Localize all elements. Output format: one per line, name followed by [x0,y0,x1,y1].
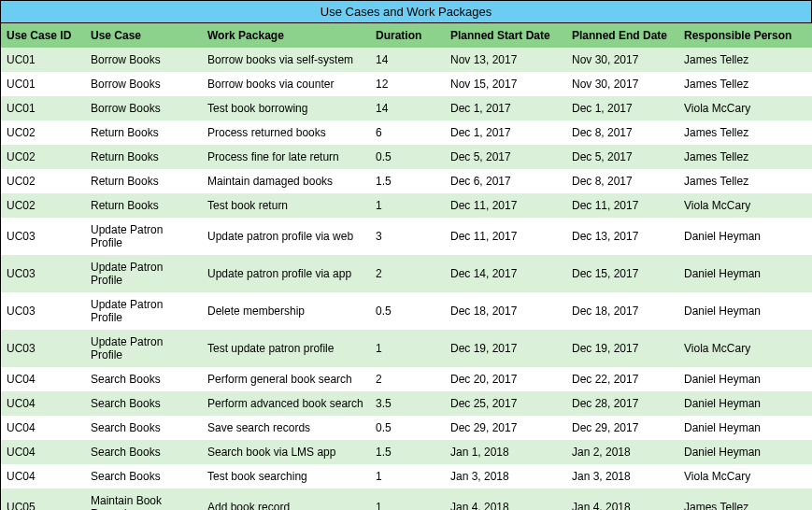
cell-use-case: Maintain Book Records [85,489,202,510]
cell-duration: 1.5 [370,169,445,193]
table-row: UC03Update Patron ProfileUpdate patron p… [1,255,812,292]
cell-duration: 6 [370,120,445,145]
cell-responsible: Daniel Heyman [678,367,812,391]
cell-id: UC02 [1,193,85,218]
cell-start: Dec 1, 2017 [445,96,566,120]
cell-responsible: Viola McCary [678,193,812,218]
cell-work-package: Test book borrowing [202,96,370,120]
cell-end: Dec 8, 2017 [566,169,678,193]
table-row: UC04Search BooksPerform general book sea… [1,367,812,391]
cell-responsible: Viola McCary [678,96,812,120]
cell-responsible: James Tellez [678,145,812,169]
cell-end: Dec 5, 2017 [566,145,678,169]
cell-use-case: Return Books [85,193,202,218]
cell-responsible: Daniel Heyman [678,440,812,464]
cell-use-case: Return Books [85,145,202,169]
cell-responsible: Daniel Heyman [678,416,812,440]
cell-duration: 0.5 [370,416,445,440]
cell-responsible: Daniel Heyman [678,292,812,330]
cell-use-case: Search Books [85,416,202,440]
cell-use-case: Search Books [85,391,202,416]
table-row: UC01Borrow BooksBorrow books via counter… [1,72,812,96]
cell-end: Dec 1, 2017 [566,96,678,120]
cell-duration: 2 [370,255,445,292]
cell-duration: 14 [370,48,445,72]
cell-responsible: Viola McCary [678,330,812,367]
col-duration: Duration [370,23,445,48]
cell-start: Dec 14, 2017 [445,255,566,292]
cell-duration: 3 [370,218,445,255]
cell-use-case: Return Books [85,169,202,193]
cell-end: Dec 11, 2017 [566,193,678,218]
cell-duration: 1.5 [370,440,445,464]
cell-start: Dec 5, 2017 [445,145,566,169]
cell-responsible: James Tellez [678,48,812,72]
cell-id: UC01 [1,72,85,96]
table-row: UC04Search BooksSave search records0.5De… [1,416,812,440]
cell-work-package: Borrow books via self-system [202,48,370,72]
cell-end: Jan 3, 2018 [566,464,678,489]
cell-id: UC04 [1,391,85,416]
cell-use-case: Search Books [85,464,202,489]
cell-id: UC03 [1,255,85,292]
cell-responsible: Viola McCary [678,464,812,489]
cell-end: Dec 18, 2017 [566,292,678,330]
cell-use-case: Borrow Books [85,48,202,72]
cell-responsible: James Tellez [678,72,812,96]
cell-start: Jan 3, 2018 [445,464,566,489]
cell-duration: 1 [370,489,445,510]
cell-start: Nov 15, 2017 [445,72,566,96]
cell-responsible: James Tellez [678,489,812,510]
table-row: UC05Maintain Book RecordsAdd book record… [1,489,812,510]
cell-end: Jan 4, 2018 [566,489,678,510]
cell-use-case: Update Patron Profile [85,292,202,330]
cell-use-case: Return Books [85,120,202,145]
cell-start: Dec 19, 2017 [445,330,566,367]
cell-id: UC01 [1,48,85,72]
cell-id: UC04 [1,367,85,391]
cell-duration: 14 [370,96,445,120]
cell-end: Dec 15, 2017 [566,255,678,292]
cell-duration: 12 [370,72,445,96]
cell-start: Nov 13, 2017 [445,48,566,72]
cell-end: Dec 28, 2017 [566,391,678,416]
table-row: UC04Search BooksSearch book via LMS app1… [1,440,812,464]
cell-use-case: Borrow Books [85,96,202,120]
cell-work-package: Save search records [202,416,370,440]
cell-id: UC03 [1,218,85,255]
cell-end: Dec 29, 2017 [566,416,678,440]
table-header: Use Case ID Use Case Work Package Durati… [1,23,812,48]
table-container: Use Cases and Work Packages Use Case ID … [0,0,812,510]
cell-duration: 0.5 [370,145,445,169]
use-cases-table: Use Case ID Use Case Work Package Durati… [1,23,812,510]
cell-start: Dec 29, 2017 [445,416,566,440]
cell-work-package: Perform advanced book search [202,391,370,416]
cell-id: UC04 [1,416,85,440]
table-body: UC01Borrow BooksBorrow books via self-sy… [1,48,812,510]
cell-start: Dec 11, 2017 [445,218,566,255]
cell-id: UC02 [1,145,85,169]
cell-responsible: Daniel Heyman [678,391,812,416]
cell-work-package: Borrow books via counter [202,72,370,96]
cell-work-package: Maintain damaged books [202,169,370,193]
table-row: UC01Borrow BooksBorrow books via self-sy… [1,48,812,72]
col-end-date: Planned End Date [566,23,678,48]
cell-work-package: Delete membership [202,292,370,330]
cell-start: Dec 20, 2017 [445,367,566,391]
cell-work-package: Process fine for late return [202,145,370,169]
cell-start: Jan 1, 2018 [445,440,566,464]
cell-work-package: Add book record [202,489,370,510]
cell-work-package: Test update patron profile [202,330,370,367]
cell-use-case: Search Books [85,440,202,464]
cell-duration: 1 [370,330,445,367]
cell-id: UC02 [1,169,85,193]
cell-work-package: Test book return [202,193,370,218]
col-use-case: Use Case [85,23,202,48]
table-row: UC04Search BooksPerform advanced book se… [1,391,812,416]
cell-start: Dec 1, 2017 [445,120,566,145]
cell-start: Dec 6, 2017 [445,169,566,193]
table-row: UC02Return BooksProcess fine for late re… [1,145,812,169]
cell-end: Nov 30, 2017 [566,72,678,96]
cell-start: Dec 25, 2017 [445,391,566,416]
cell-id: UC03 [1,292,85,330]
